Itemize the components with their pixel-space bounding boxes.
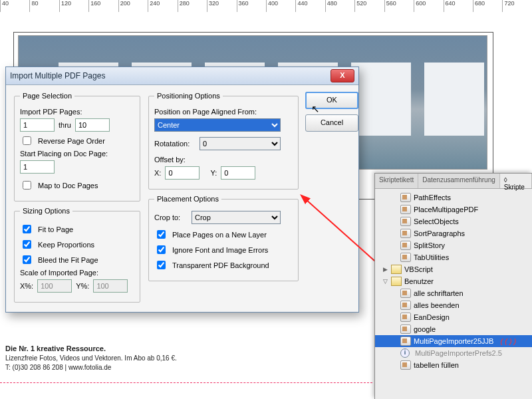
cancel-button[interactable]: Cancel (305, 114, 358, 132)
script-icon (400, 289, 411, 298)
sizing-options-group: Sizing Options Fit to Page Keep Proporti… (14, 207, 140, 303)
position-label: Position on Page Aligned From: (154, 108, 293, 116)
keep-proportions-checkbox[interactable] (23, 240, 31, 249)
script-item[interactable]: PathEffects (375, 192, 532, 203)
folder-icon (391, 265, 402, 274)
script-item[interactable]: alles beenden (375, 299, 532, 311)
new-layer-checkbox[interactable] (157, 230, 166, 239)
close-button[interactable]: X (331, 69, 354, 82)
dialog-titlebar[interactable]: Import Multiple PDF Pages X (6, 67, 358, 85)
tab-script-label[interactable]: Skriptetikett (375, 174, 418, 188)
cursor-icon: ↖ (311, 103, 320, 115)
scale-y-input (93, 279, 128, 293)
script-item[interactable]: TabUtilities (375, 251, 532, 263)
folder-icon (391, 277, 402, 286)
running-indicator: ( ( ) ) (500, 337, 516, 345)
panel-tabs: Skriptetikett Datenzusammenführung ◊ Skr… (375, 174, 532, 189)
bleed-fit-checkbox[interactable] (23, 255, 31, 264)
scale-label: Scale of Imported Page: (20, 269, 134, 277)
map-doc-checkbox[interactable] (23, 181, 31, 190)
tab-data-merge[interactable]: Datenzusammenführung (418, 174, 500, 188)
rotation-select[interactable]: 0 (200, 137, 281, 150)
script-item[interactable]: SplitStory (375, 239, 532, 251)
placement-options-group: Placement Options Crop to: Crop Place Pa… (148, 195, 299, 281)
scripts-tree[interactable]: PathEffects PlaceMultipagePDF SelectObje… (375, 189, 532, 399)
script-icon (400, 193, 411, 202)
start-page-input[interactable] (20, 160, 55, 174)
script-item[interactable]: tabellen füllen (375, 359, 532, 371)
import-pdf-dialog: Import Multiple PDF Pages X Page Selecti… (5, 66, 359, 313)
scale-x-input (37, 279, 72, 293)
script-icon (400, 205, 411, 214)
offset-label: Offset by: (154, 156, 293, 164)
page-selection-group: Page Selection Import PDF Pages: thru Re… (14, 92, 140, 201)
chevron-right-icon: ▶ (382, 266, 388, 273)
ignore-errors-checkbox[interactable] (157, 245, 166, 254)
horizontal-ruler: 4080120 160200240 280320360 400440480 52… (0, 0, 532, 13)
offset-y-input[interactable] (221, 166, 255, 180)
script-icon (400, 241, 411, 250)
transparent-bg-checkbox[interactable] (157, 261, 166, 269)
script-icon (400, 313, 411, 322)
reverse-order-checkbox[interactable] (23, 136, 31, 145)
page-to-input[interactable] (75, 118, 110, 132)
dialog-title: Import Multiple PDF Pages (10, 71, 105, 80)
script-prefs-item[interactable]: iMultiPageImporterPrefs2.5 (375, 347, 532, 359)
folder-user[interactable]: ▽Benutzer (375, 275, 532, 287)
script-item[interactable]: SelectObjects (375, 215, 532, 227)
script-item-selected[interactable]: MultiPageImporter25JJB( ( ) ) (375, 335, 532, 347)
tab-scripts[interactable]: ◊ Skripte (500, 174, 532, 188)
script-icon (400, 301, 411, 310)
guide-line (0, 382, 372, 383)
fit-to-page-checkbox[interactable] (23, 225, 31, 233)
scripts-panel: Skriptetikett Datenzusammenführung ◊ Skr… (374, 173, 532, 399)
script-icon (400, 229, 411, 238)
script-icon (400, 360, 411, 370)
positioning-options-group: Positioning Options Position on Page Ali… (148, 92, 299, 190)
position-select[interactable]: Center (154, 118, 281, 132)
script-item[interactable]: alle schriftarten (375, 287, 532, 299)
script-icon (400, 253, 411, 262)
footer-text: Die Nr. 1 kreative Ressource. Lizenzfrei… (5, 344, 177, 372)
folder-vbscript[interactable]: ▶VBScript (375, 263, 532, 275)
chevron-down-icon: ▽ (382, 278, 388, 285)
crop-select[interactable]: Crop (192, 211, 281, 224)
info-icon: i (400, 348, 410, 358)
script-item[interactable]: SortParagraphs (375, 227, 532, 239)
import-pages-label: Import PDF Pages: (20, 108, 134, 116)
script-icon (400, 217, 411, 226)
script-item[interactable]: EanDesign (375, 311, 532, 323)
start-page-label: Start Placing on Doc Page: (20, 150, 134, 158)
page-from-input[interactable] (20, 118, 55, 132)
offset-x-input[interactable] (165, 166, 200, 180)
script-icon (400, 336, 411, 346)
script-icon (400, 325, 411, 334)
script-item[interactable]: PlaceMultipagePDF (375, 203, 532, 215)
script-item[interactable]: google (375, 323, 532, 335)
